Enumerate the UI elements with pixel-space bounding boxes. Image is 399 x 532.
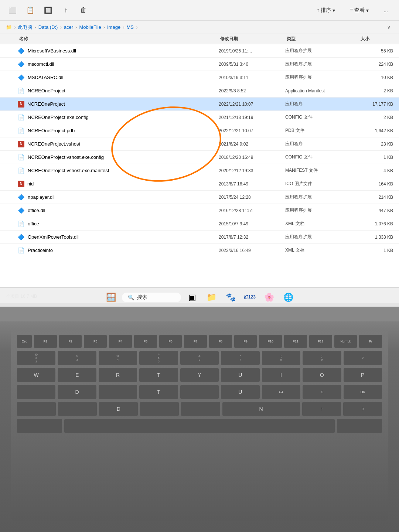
taskview-button[interactable]: ▣ xyxy=(184,289,200,306)
key-i[interactable]: I xyxy=(262,368,300,382)
table-row[interactable]: N NCREOneProject 2022/12/21 10:07 应用程序 1… xyxy=(0,98,399,111)
baidu-button[interactable]: 🐾 xyxy=(222,289,239,306)
key-d[interactable] xyxy=(99,385,137,399)
key-s[interactable]: D xyxy=(58,385,96,399)
view-button[interactable]: ≡ 查看 ▾ xyxy=(346,6,372,15)
breadcrumb-item-image[interactable]: Image xyxy=(107,24,120,30)
breadcrumb-item-ms[interactable]: MS xyxy=(126,24,134,30)
key-f12[interactable]: F12 xyxy=(309,335,332,348)
key-c[interactable]: D xyxy=(99,402,138,416)
key-v[interactable] xyxy=(140,402,179,416)
explorer-button[interactable]: 📁 xyxy=(203,289,219,306)
key-f3[interactable]: F3 xyxy=(84,335,107,348)
key-space[interactable] xyxy=(64,419,335,433)
table-row[interactable]: 📄 office 2015/10/7 9:49 XML 文档 1,076 KB xyxy=(0,217,399,231)
edge-button[interactable]: 🌐 xyxy=(280,289,296,306)
table-row[interactable]: 📄 Practiceinfo 2023/3/16 16:49 XML 文档 1 … xyxy=(0,244,399,257)
col-header-date[interactable]: 修改日期 xyxy=(219,36,285,42)
key-a[interactable] xyxy=(17,385,55,399)
key-f6[interactable]: F6 xyxy=(159,335,182,348)
breadcrumb-item-mobilefile[interactable]: MobileFile xyxy=(79,24,101,30)
key-9[interactable]: )9 xyxy=(303,351,341,365)
key-f8[interactable]: F8 xyxy=(209,335,232,348)
key-j[interactable]: U4 xyxy=(262,385,300,399)
table-row[interactable]: 📄 NCREOneProject.vshost.exe.config 2018/… xyxy=(0,151,399,164)
key-4[interactable]: %4 xyxy=(99,351,137,365)
file-icon-dll: 🔷 xyxy=(18,48,25,54)
copy-icon[interactable]: ⬜ xyxy=(7,5,18,16)
file-date: 2009/5/31 3:40 xyxy=(219,62,285,67)
table-row[interactable]: N NCREOneProject.vshost 2021/6/24 9:02 应… xyxy=(0,137,399,151)
cut-icon[interactable]: 🔲 xyxy=(43,5,53,16)
start-button[interactable]: 🪟 xyxy=(103,289,119,306)
table-row[interactable]: 📄 NCREOneProject 2022/9/8 8:52 Applicati… xyxy=(0,84,399,98)
key-f2[interactable]: F2 xyxy=(59,335,82,348)
key-f9[interactable]: F9 xyxy=(234,335,257,348)
key-k[interactable]: I5 xyxy=(303,385,341,399)
key-f1[interactable]: F1 xyxy=(34,335,57,348)
key-u[interactable]: U xyxy=(221,368,259,382)
key-z[interactable] xyxy=(17,402,56,416)
key-7[interactable]: *7 xyxy=(221,351,259,365)
key-q[interactable]: W xyxy=(17,368,55,382)
table-row[interactable]: 📄 NCREOneProject.exe.config 2021/12/13 1… xyxy=(0,111,399,124)
key-f11[interactable]: F11 xyxy=(284,335,307,348)
file-name: OpenXmlPowerTools.dll xyxy=(28,234,79,240)
table-row[interactable]: 🔷 OpenXmlPowerTools.dll 2017/8/7 12:32 应… xyxy=(0,231,399,244)
breadcrumb-item-acer[interactable]: acer xyxy=(64,24,73,30)
breadcrumb-item-thispc[interactable]: 此电脑 xyxy=(18,24,32,31)
delete-icon[interactable]: 🗑 xyxy=(78,5,89,16)
col-header-size[interactable]: 大小 xyxy=(359,36,396,42)
breadcrumb-expand-icon[interactable]: ∨ xyxy=(384,23,393,32)
table-row[interactable]: 🔷 MSDATASRC.dll 2010/3/19 3:11 应用程序扩展 10… xyxy=(0,71,399,84)
more-button[interactable]: ... xyxy=(380,6,392,15)
key-3[interactable]: $3 xyxy=(58,351,96,365)
key-t[interactable]: T xyxy=(139,368,178,382)
key-f4[interactable]: F4 xyxy=(109,335,132,348)
app5-button[interactable]: 🌸 xyxy=(261,289,277,306)
table-row[interactable]: 🔷 MicrosoftVBusiness.dll 2019/10/25 11:.… xyxy=(0,44,399,58)
key-8[interactable]: (8 xyxy=(262,351,300,365)
file-type: 应用程序扩展 xyxy=(285,194,359,200)
key-numlock[interactable]: NumLk xyxy=(334,335,357,348)
key-n[interactable]: N xyxy=(222,402,300,416)
key-f7[interactable]: F7 xyxy=(184,335,207,348)
key-y[interactable]: Y xyxy=(180,368,219,382)
key-x[interactable] xyxy=(58,402,97,416)
key-e[interactable]: E xyxy=(58,368,96,382)
key-6[interactable]: &6 xyxy=(180,351,219,365)
key-alt[interactable] xyxy=(337,419,382,433)
breadcrumb-item-data[interactable]: Data (D:) xyxy=(38,24,58,30)
col-header-name[interactable]: 名称 xyxy=(18,36,219,42)
key-fn[interactable] xyxy=(17,419,62,433)
key-l[interactable]: O6 xyxy=(344,385,382,399)
key-f5[interactable]: F5 xyxy=(134,335,157,348)
key-r[interactable]: R xyxy=(99,368,137,382)
paste-icon[interactable]: 📋 xyxy=(25,5,35,16)
table-row[interactable]: 🔷 office.dll 2016/12/28 11:51 应用程序扩展 447… xyxy=(0,204,399,217)
refresh-icon[interactable]: ↑ xyxy=(61,5,71,16)
search-bar[interactable]: 🔍 搜索 xyxy=(122,293,181,302)
key-b[interactable] xyxy=(181,402,220,416)
key-esc[interactable]: Esc xyxy=(17,335,32,348)
key-comma[interactable]: 0 xyxy=(343,402,382,416)
hao123-button[interactable]: 好123 xyxy=(242,289,258,306)
key-backtick[interactable]: @#2 xyxy=(17,351,55,365)
key-g[interactable] xyxy=(180,385,219,399)
key-0[interactable]: 0 xyxy=(344,351,382,365)
key-f10[interactable]: F10 xyxy=(259,335,282,348)
key-prtsc[interactable]: Pr xyxy=(359,335,382,348)
table-row[interactable]: 🔷 npaplayer.dll 2017/5/24 12:28 应用程序扩展 2… xyxy=(0,191,399,204)
col-header-type[interactable]: 类型 xyxy=(285,36,359,42)
key-5[interactable]: ^€5 xyxy=(139,351,178,365)
table-row[interactable]: N nid 2013/8/7 16:49 ICO 图片文件 164 KB xyxy=(0,177,399,191)
sort-button[interactable]: ↑ 排序 ▾ xyxy=(313,6,339,15)
key-m[interactable]: 9 xyxy=(302,402,341,416)
table-row[interactable]: 📄 NCREOneProject.pdb 2022/12/21 10:07 PD… xyxy=(0,124,399,137)
key-f[interactable]: T xyxy=(139,385,178,399)
key-h[interactable]: U xyxy=(221,385,259,399)
table-row[interactable]: 🔷 mscomctl.dll 2009/5/31 3:40 应用程序扩展 224… xyxy=(0,58,399,71)
table-row[interactable]: 📄 NCREOneProject.vshost.exe.manifest 202… xyxy=(0,164,399,177)
key-p[interactable]: P xyxy=(344,368,382,382)
key-o[interactable]: O xyxy=(303,368,341,382)
